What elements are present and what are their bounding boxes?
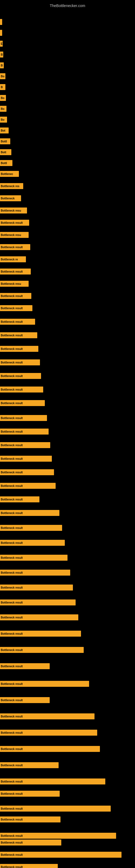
bar-label: B — [1, 86, 3, 89]
bar-item: Bottleneck result — [0, 599, 76, 606]
bar-item: Bottleneck result — [0, 305, 32, 311]
bar-label: B — [1, 64, 3, 67]
bar-label: Bottleneck resu — [1, 209, 21, 212]
bar-item: Bottleneck result — [0, 833, 116, 839]
bar-label: Bottleneck result — [1, 361, 23, 364]
bar-item: Bottleneck result — [0, 713, 94, 719]
bar-label: Bottleneck result — [1, 498, 23, 501]
bar-row: Bottleneck result — [0, 614, 78, 620]
bar-item: Bo — [0, 95, 6, 101]
bar-row: Bottleneck result — [0, 681, 89, 687]
bar-item: Bottleneck result — [0, 864, 58, 868]
bar-item: Bo — [0, 73, 5, 79]
bar-item: Bottleneck result — [0, 647, 84, 653]
bar-label: Bottl — [1, 140, 7, 143]
bar-label: Bottleneck resu — [1, 234, 21, 237]
bar-label: Bottl — [1, 162, 7, 165]
bar-item: Bottleneck result — [0, 415, 47, 421]
bar-item: Bottleneck result — [0, 839, 61, 845]
bar-item: Bottleneck result — [0, 816, 60, 823]
bar-label: Bottleneck result — [1, 571, 23, 574]
bar-item: Bottl — [0, 160, 12, 166]
bar-item: Bottleneck result — [0, 525, 62, 531]
bar-row: Bottleneck result — [0, 319, 35, 325]
bar-row: Bottleneck resu — [0, 208, 27, 214]
bar-label: Bottleneck result — [1, 430, 23, 433]
bar-row: Bottleneck result — [0, 332, 37, 338]
bar-row — [0, 30, 2, 36]
bar-row: B — [0, 52, 3, 58]
bar-item: Bottleneck re — [0, 256, 26, 262]
bar-item: Bottleneck result — [0, 360, 40, 365]
bar-label: Bo — [1, 97, 4, 99]
bar-label: Bottleneck result — [1, 834, 23, 837]
bar-label: Bottleneck result — [1, 632, 23, 635]
bar-row: Bottleneck result — [0, 442, 50, 448]
bar-row: Bottleneck result — [0, 730, 97, 736]
bar-item: Bottleneck result — [0, 614, 78, 620]
bar-item: Bottleneck result — [0, 730, 97, 736]
bar-item: Bottleneck result — [0, 456, 52, 462]
bar-item: Bottleneck result — [0, 373, 41, 379]
bar-row: Bottleneck result — [0, 386, 43, 393]
bar-label: Bottleneck result — [1, 682, 23, 685]
bar-item: Bottleneck result — [0, 746, 100, 752]
bar-row: Bottleneck re — [0, 256, 26, 262]
bar-label: Bottleneck result — [1, 471, 23, 474]
bar-item: Bottleneck result — [0, 269, 31, 275]
bar-row: B — [0, 62, 4, 68]
bar-row: Bottleneck result — [0, 469, 54, 475]
bar-item: Bottleneck result — [0, 293, 31, 299]
bar-label: Bottleneck result — [1, 866, 23, 868]
bar-item: B — [0, 62, 4, 68]
bar-item: Bottlenec — [0, 171, 19, 177]
bar-label: Bottleneck result — [1, 764, 23, 767]
bar-item: Bo — [0, 117, 7, 123]
bar-row: Bottleneck result — [0, 456, 52, 462]
bar-item — [0, 19, 2, 25]
bar-item: Bottleneck result — [0, 585, 73, 590]
bar-row: Bottleneck result — [0, 833, 116, 839]
bar-row: Bottleneck result — [0, 816, 60, 823]
bar-row: Bottleneck result — [0, 244, 30, 250]
bar-item: Bot — [0, 127, 9, 133]
bar-label: Bottleneck result — [1, 221, 23, 224]
bar-row: Bottleneck result — [0, 220, 29, 226]
bar-row: Bottleneck result — [0, 839, 61, 845]
bar-label: Bottleneck result — [1, 807, 23, 810]
bar-item: Bottleneck result — [0, 852, 122, 858]
bar-row: Bottlenec — [0, 171, 19, 177]
bar-row: Bottleneck res — [0, 183, 23, 189]
bar-label: Bottleneck resu — [1, 282, 21, 285]
bar-label: Bottleneck result — [1, 457, 23, 460]
bar-item: Bottleneck result — [0, 244, 30, 250]
bar-label: Bottleneck result — [1, 586, 23, 589]
bar-item: Bottleneck result — [0, 762, 58, 768]
bar-item: Bottleneck result — [0, 806, 111, 812]
bar-label: Bottleneck result — [1, 649, 23, 652]
bar-label: Bottlenec — [1, 173, 13, 176]
bar-label: Bottleneck result — [1, 541, 23, 545]
bar-row: Bottleneck result — [0, 496, 39, 502]
bar-label: Bottleneck result — [1, 731, 23, 734]
bar-label: Bottleneck result — [1, 556, 23, 559]
bar-row: Bottleneck result — [0, 569, 70, 576]
bar-row: Bottleneck resu — [0, 232, 29, 238]
bar-item: Bottleneck res — [0, 183, 23, 189]
bar-item: E — [0, 41, 3, 46]
bar-row: E — [0, 41, 3, 46]
bar-row: Bottleneck result — [0, 864, 58, 868]
bar-label: Bottleneck result — [1, 485, 23, 488]
bar-row: Bottl — [0, 160, 12, 166]
bar-label: Bottleneck — [1, 197, 14, 200]
bar-item: Bottleneck resu — [0, 232, 29, 238]
bar-label: B — [1, 53, 3, 56]
bar-row: Bottleneck result — [0, 762, 58, 768]
bar-label: Bottleneck result — [1, 715, 23, 718]
bar-label: Bottleneck result — [1, 616, 23, 619]
bar-label: Bottleneck result — [1, 320, 23, 323]
bar-label: Bottleneck result — [1, 748, 23, 750]
bar-label: Bottleneck result — [1, 854, 23, 856]
bar-row: Bottleneck result — [0, 429, 49, 435]
bar-row: Bottleneck result — [0, 400, 45, 406]
